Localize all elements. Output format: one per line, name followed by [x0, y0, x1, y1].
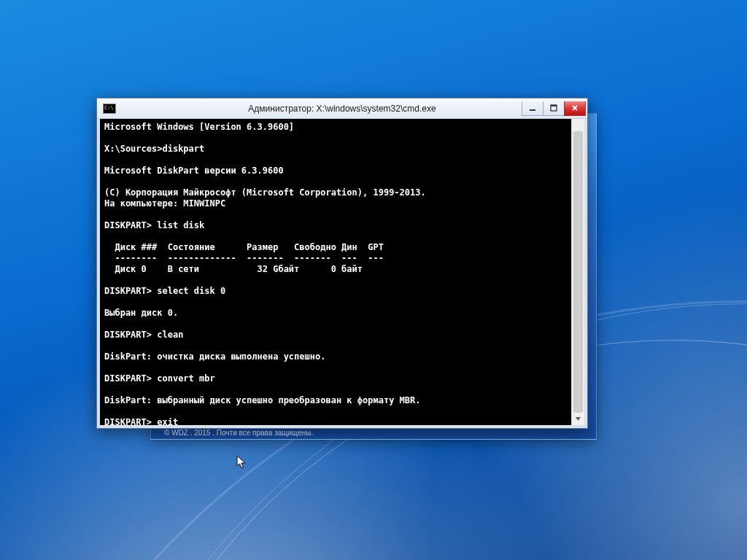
console-line: -------- ------------- ------- ------- -… [104, 253, 570, 264]
close-icon [571, 104, 578, 112]
console-line: DISKPART> select disk 0 [104, 286, 570, 297]
console-line [104, 209, 570, 220]
console-line [104, 155, 570, 166]
close-button[interactable] [564, 101, 586, 116]
svg-rect-2 [551, 105, 557, 106]
console-line: Microsoft Windows [Version 6.3.9600] [104, 122, 570, 133]
console-line: DiskPart: очистка диска выполнена успешн… [104, 351, 570, 362]
console-line: DISKPART> convert mbr [104, 373, 570, 384]
minimize-button[interactable] [522, 101, 543, 116]
console-line: Диск ### Состояние Размер Свободно Дин G… [104, 242, 570, 253]
console-line: Выбран диск 0. [104, 308, 570, 319]
console-line: DiskPart: выбранный диск успешно преобра… [104, 395, 570, 406]
console-line [104, 362, 570, 373]
console-line: X:\Sources>diskpart [104, 144, 570, 155]
console-line [104, 275, 570, 286]
console-line [104, 297, 570, 308]
console-frame: Microsoft Windows [Version 6.3.9600] X:\… [97, 119, 587, 428]
console-output: Microsoft Windows [Version 6.3.9600] X:\… [104, 122, 570, 425]
scrollbar[interactable] [571, 119, 584, 425]
console-line [104, 231, 570, 242]
console-line: DISKPART> list disk [104, 220, 570, 231]
console-line: (C) Корпорация Майкрософт (Microsoft Cor… [104, 187, 570, 198]
console-line [104, 341, 570, 351]
chevron-down-icon [575, 416, 581, 422]
console-line: Microsoft DiskPart версии 6.3.9600 [104, 166, 570, 176]
console[interactable]: Microsoft Windows [Version 6.3.9600] X:\… [100, 119, 584, 425]
maximize-button[interactable] [543, 101, 565, 116]
scroll-thumb[interactable] [573, 131, 583, 413]
maximize-icon [550, 104, 557, 112]
console-line [104, 406, 570, 417]
mouse-cursor-icon [236, 455, 248, 471]
titlebar[interactable]: Администратор: X:\windows\system32\cmd.e… [97, 98, 587, 119]
minimize-icon [529, 104, 536, 112]
scroll-down-button[interactable] [572, 413, 584, 425]
cmd-window: Администратор: X:\windows\system32\cmd.e… [96, 98, 588, 429]
console-line: На компьютере: MINWINPC [104, 198, 570, 209]
console-line [104, 133, 570, 144]
console-line: DISKPART> clean [104, 330, 570, 341]
window-controls [522, 101, 587, 116]
console-line [104, 319, 570, 330]
console-line [104, 384, 570, 395]
console-line: Диск 0 В сети 32 Gбайт 0 байт [104, 264, 570, 275]
window-title: Администратор: X:\windows\system32\cmd.e… [97, 104, 587, 114]
console-line [104, 176, 570, 187]
cmd-icon [103, 104, 116, 114]
console-line: DISKPART> exit [104, 417, 570, 425]
svg-rect-0 [530, 109, 535, 111]
